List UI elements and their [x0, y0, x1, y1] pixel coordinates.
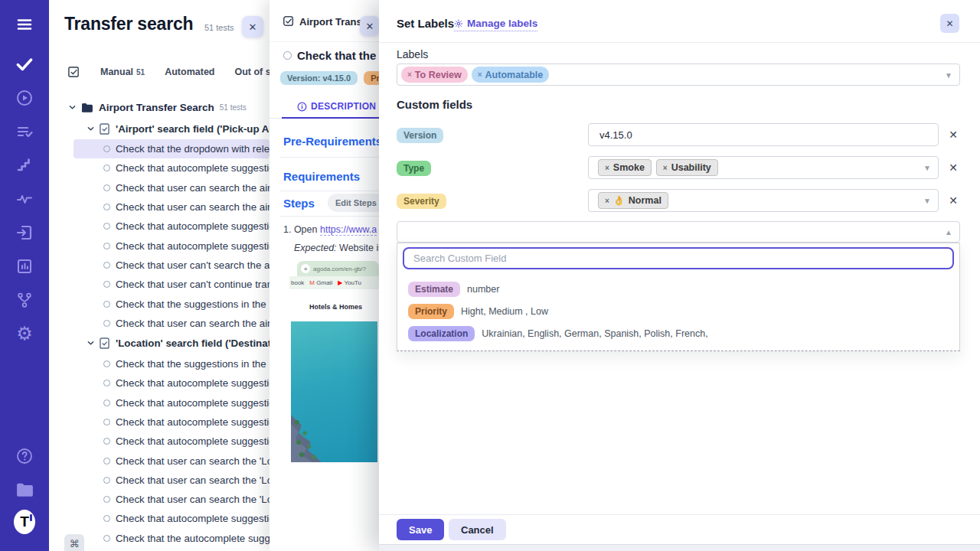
modal-header: Set Labels Manage labels ✕ [379, 0, 980, 43]
detail-header: Airport Transfer ✕ [270, 0, 379, 42]
test-circle-icon [103, 360, 110, 367]
close-modal-button[interactable]: ✕ [940, 14, 959, 33]
tree-row-test[interactable]: Check that autocomplete suggestions [74, 412, 270, 432]
tree-row-test[interactable]: Check that user can search the 'Location… [74, 490, 270, 509]
tree-row-test[interactable]: Check that autocomplete suggestions [74, 393, 270, 412]
ok-hand-emoji: 👌 [613, 195, 625, 206]
chevron-down-icon[interactable] [87, 340, 94, 347]
tab-description[interactable]: DESCRIPTION [297, 101, 376, 112]
runs-play-icon[interactable] [14, 87, 35, 109]
chevron-down-icon[interactable] [69, 104, 76, 111]
tree-item-label: Check that autocomplete suggestions [116, 240, 270, 252]
remove-tag-icon[interactable]: × [407, 70, 412, 79]
option-localization[interactable]: Localization Ukrainian, English, German,… [408, 326, 708, 341]
tree-item-label: Check that autocomplete suggestions [116, 513, 270, 524]
import-icon[interactable] [14, 222, 35, 243]
tree-row-test[interactable]: Check that autocomplete suggestions [74, 509, 270, 528]
tab-manual[interactable]: Manual51 [100, 67, 145, 77]
step-expected: Expected: Website is [294, 243, 379, 253]
search-custom-field-input[interactable] [412, 252, 933, 265]
app-logo[interactable]: T [14, 511, 35, 533]
command-key-badge[interactable]: ⌘ [64, 534, 84, 551]
tree-row-test[interactable]: Check that user can search the airport [74, 197, 270, 217]
tree-row-suite[interactable]: 'Location' search field ('Destination') [49, 333, 270, 354]
tree-row-test[interactable]: Check that autocomplete suggestions [74, 158, 270, 178]
steps-icon[interactable] [14, 155, 35, 176]
tree-item-count: 51 tests [220, 103, 247, 112]
tree-row-test[interactable]: Check that autocomplete suggestions [74, 373, 270, 393]
tree-item-label: Check that autocomplete suggestions [116, 220, 270, 232]
tree-row-test[interactable]: Check that user can search the 'Location… [74, 451, 270, 470]
select-all-icon[interactable] [67, 66, 80, 79]
remove-tag-icon[interactable]: × [478, 70, 482, 79]
tree-row-test[interactable]: Check that autocomplete suggestions [74, 236, 270, 255]
tab-automated[interactable]: Automated [165, 67, 214, 77]
remove-field-type-button[interactable]: ✕ [946, 160, 961, 175]
tree-row-test[interactable]: Check that user can't search the airport [74, 256, 270, 275]
tree-row-test[interactable]: Check that user can search the 'Location… [74, 471, 270, 490]
tree-item-label: Check that user can't search the airport [116, 259, 270, 271]
save-button[interactable]: Save [397, 519, 444, 540]
tests-check-icon[interactable] [14, 54, 35, 75]
projects-folder-icon[interactable] [14, 479, 35, 500]
manage-labels-link[interactable]: Manage labels [454, 18, 537, 31]
page-title: Transfer search [64, 14, 193, 34]
label-tag-to-review: × To Review [401, 67, 468, 83]
tree-row-test[interactable]: Check that the suggestions in the [74, 294, 270, 313]
tree-row-test[interactable]: Check that user can't continue transfer [74, 275, 270, 294]
test-circle-icon [103, 301, 110, 308]
tab-favicon: ≡ [301, 264, 310, 273]
task-check-icon [283, 15, 295, 28]
settings-gear-icon[interactable]: ⚙ [14, 323, 35, 344]
test-plans-icon[interactable] [14, 121, 35, 142]
remove-tag-icon[interactable]: × [605, 197, 609, 205]
remove-tag-icon[interactable]: × [663, 164, 668, 172]
pulse-icon[interactable] [14, 188, 35, 210]
tree-row-suite[interactable]: 'Airport' search field ('Pick-up Airport… [49, 118, 270, 139]
tree-item-label: Check that autocomplete suggestions [116, 162, 270, 174]
tree-row-test[interactable]: Check that autocomplete suggestions [74, 432, 270, 451]
step-1: 1. Open https://www.a [283, 224, 377, 235]
custom-field-dropdown: Estimate number Priority Hight, Medium ,… [397, 243, 960, 351]
remove-field-version-button[interactable]: ✕ [946, 127, 961, 142]
tree-row-test[interactable]: Check that the dropdown with relevant su… [74, 139, 270, 158]
tree-item-label: Check that autocomplete suggestions [116, 435, 270, 447]
branches-icon[interactable] [14, 289, 35, 311]
add-custom-field-select[interactable]: ▲ [397, 221, 960, 243]
menu-icon[interactable] [14, 14, 35, 35]
help-icon[interactable] [14, 445, 35, 467]
test-circle-icon [103, 496, 110, 503]
chevron-down-icon[interactable] [87, 126, 94, 132]
remove-field-severity-button[interactable]: ✕ [946, 193, 961, 208]
tree-item-label: Check that user can search the airport [116, 182, 270, 194]
edit-steps-toggle[interactable]: Edit Steps [328, 194, 379, 212]
tree-row-test[interactable]: Check that the suggestions in the [74, 354, 270, 373]
step-link[interactable]: https://www.a [320, 224, 377, 236]
option-estimate[interactable]: Estimate number [408, 282, 499, 297]
tree-row-test[interactable]: Check that autocomplete suggestions [74, 217, 270, 236]
close-tests-panel-button[interactable]: ✕ [242, 16, 263, 37]
version-badge: Version: v4.15.0 [280, 71, 358, 85]
test-circle-icon [103, 165, 110, 171]
search-custom-field-wrap [403, 247, 954, 269]
test-circle-icon [103, 477, 110, 484]
test-circle-icon [103, 458, 110, 465]
tree-row-test[interactable]: Check that the autocomplete suggestions [74, 529, 270, 548]
version-input[interactable] [598, 129, 904, 142]
remove-tag-icon[interactable]: × [605, 164, 609, 172]
tree-item-label: Check that user can't continue transfer [116, 279, 270, 290]
test-circle-icon [103, 320, 110, 327]
tree-row-folder[interactable]: Airport Transfer Search51 tests [49, 97, 270, 118]
reports-icon[interactable] [14, 256, 35, 277]
tree-item-label: Check that the dropdown with relevant su… [116, 143, 270, 155]
tree-row-test[interactable]: Check that user can search the airport [74, 314, 270, 333]
close-detail-panel-button[interactable]: ✕ [360, 16, 379, 36]
tree-row-test[interactable]: Check that user can search the airport [74, 178, 270, 197]
cancel-button[interactable]: Cancel [449, 519, 506, 540]
labels-select[interactable]: × To Review × Automatable ▼ [397, 64, 960, 86]
browser-address-bar: ≡ agoda.com/en-gb/? [297, 261, 379, 276]
option-priority[interactable]: Priority Hight, Medium , Low [408, 304, 548, 319]
type-select[interactable]: × Smoke × Usability ▼ [588, 156, 939, 179]
suite-file-icon [100, 123, 109, 135]
severity-select[interactable]: × 👌 Normal ▼ [588, 189, 939, 212]
